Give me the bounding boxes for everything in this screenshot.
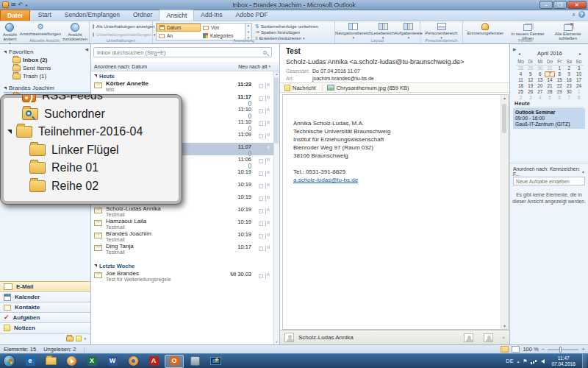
- calendar-day-cell[interactable]: 11: [516, 77, 526, 83]
- calendar-day-cell[interactable]: 12: [526, 77, 535, 83]
- flag-icon[interactable]: [265, 246, 269, 252]
- taskbar-icon-word[interactable]: W: [103, 355, 122, 368]
- calendar-today-cell[interactable]: 7: [545, 71, 554, 77]
- reverse-sort-button[interactable]: ⇅Sortierreihenfolge umkehren: [255, 24, 318, 29]
- flag-icon[interactable]: [265, 108, 269, 114]
- category-icon[interactable]: [259, 247, 263, 251]
- next-month-icon[interactable]: ►: [578, 52, 582, 56]
- popup-folder-linker-flügel[interactable]: Linker Flügel: [7, 141, 182, 160]
- sort-order-label[interactable]: Neu nach alt▾: [238, 64, 279, 69]
- prev-month-icon[interactable]: ◄: [517, 52, 521, 56]
- category-icon[interactable]: [259, 197, 263, 201]
- taskbar-icon-excel[interactable]: X: [82, 355, 101, 368]
- navigation-pane-button[interactable]: Navigationsbereich▾: [335, 22, 371, 40]
- calendar-day-cell[interactable]: 17: [574, 77, 584, 83]
- maximize-button[interactable]: ❐: [553, 1, 567, 9]
- arrange-by-from[interactable]: Von: [201, 24, 245, 32]
- sidebar-item-sent-items[interactable]: Sent Items: [4, 64, 90, 72]
- zoom-slider-thumb[interactable]: [559, 347, 562, 353]
- sidebar-item-trash-1[interactable]: Trash (1): [4, 72, 90, 80]
- category-icon[interactable]: [259, 222, 263, 226]
- calendar-day-cell[interactable]: 29: [526, 66, 535, 71]
- people-pane-button[interactable]: Personenbereich▾: [422, 22, 462, 40]
- navpane-button-kalender[interactable]: Kalender: [0, 291, 90, 302]
- category-icon[interactable]: [259, 134, 263, 138]
- taskbar-icon-app[interactable]: [185, 355, 204, 368]
- calendar-day-cell[interactable]: 16: [564, 77, 574, 83]
- popup-folder-rss-feeds[interactable]: RSS-Feeds: [7, 94, 182, 105]
- taskbar-icon-display-settings[interactable]: [206, 355, 225, 368]
- view-settings-button[interactable]: ⚙Ansichtseinstellungen: [20, 22, 61, 36]
- calendar-day-cell[interactable]: 30: [535, 66, 545, 71]
- search-box[interactable]: [93, 47, 272, 57]
- action-center-icon[interactable]: ⚑: [523, 358, 527, 364]
- calendar-day-cell[interactable]: 28: [516, 66, 526, 71]
- appointment-item[interactable]: Outlook Seminar 09:00 - 16:00 Gauß-IT-Ze…: [513, 108, 585, 129]
- search-input[interactable]: [94, 49, 263, 56]
- network-icon[interactable]: [531, 358, 537, 364]
- normal-view-button[interactable]: [501, 346, 509, 353]
- message-row[interactable]: Körber Annettetest11:23: [91, 80, 273, 93]
- popup-folder-reihe-02[interactable]: Reihe 02: [7, 177, 182, 196]
- body-scrollbar-thumb[interactable]: [502, 104, 506, 133]
- calendar-day-cell[interactable]: 28: [545, 89, 554, 95]
- flag-icon[interactable]: [265, 221, 269, 227]
- help-icon[interactable]: ?: [578, 11, 585, 18]
- reminders-window-button[interactable]: Erinnerungsfenster: [465, 22, 506, 35]
- todo-bar-button[interactable]: Aufgabenleiste▾: [395, 22, 423, 40]
- flag-icon[interactable]: [265, 208, 269, 214]
- calendar-day-cell[interactable]: 26: [526, 89, 535, 95]
- volume-icon[interactable]: [541, 359, 545, 364]
- conversation-settings-button[interactable]: Unterhaltungseinstellungen▾: [93, 32, 152, 37]
- category-icon[interactable]: [259, 109, 263, 113]
- navpane-button-e-mail[interactable]: E-Mail: [0, 281, 90, 291]
- calendar-day-cell[interactable]: 18: [516, 83, 526, 89]
- flag-icon[interactable]: [265, 83, 269, 89]
- category-icon[interactable]: [259, 121, 263, 126]
- tab-datei[interactable]: Datei: [0, 10, 30, 21]
- category-icon[interactable]: [259, 184, 263, 188]
- new-task-box[interactable]: [513, 177, 585, 185]
- navpane-button-kontakte[interactable]: Kontakte: [0, 302, 90, 312]
- tab-add-ins[interactable]: Add-Ins: [194, 10, 229, 21]
- calendar-day-cell[interactable]: 20: [535, 83, 545, 89]
- popup-folder-teilnehmer-2016-04[interactable]: Teilnehmer-2016-04: [7, 123, 182, 141]
- flag-icon[interactable]: [265, 146, 269, 152]
- minimize-ribbon-icon[interactable]: ∧: [572, 12, 576, 18]
- calendar-day-cell[interactable]: 29: [555, 89, 564, 95]
- popup-folder-suchordner[interactable]: Suchordner: [7, 105, 182, 124]
- message-row[interactable]: Ding TanjaTestmail10:17: [91, 243, 273, 255]
- category-icon[interactable]: [259, 96, 263, 101]
- navpane-section-title[interactable]: Brandes Joachim: [4, 84, 90, 92]
- minimize-button[interactable]: –: [539, 1, 553, 9]
- collapse-people-pane-icon[interactable]: ˄: [502, 336, 505, 340]
- flag-icon[interactable]: [265, 171, 269, 177]
- calendar-day-cell[interactable]: 24: [574, 83, 584, 89]
- reading-view-button[interactable]: [512, 346, 520, 353]
- sidebar-item-inbox-2[interactable]: Inbox (2): [4, 56, 90, 64]
- category-icon[interactable]: [259, 171, 263, 176]
- zoom-out-icon[interactable]: −: [542, 347, 545, 353]
- navpane-section-title[interactable]: Favoriten: [4, 48, 90, 56]
- taskbar-icon-firefox[interactable]: [123, 355, 143, 368]
- message-row[interactable]: Hamzaoui LailaTestmail10:19: [91, 218, 273, 230]
- flag-icon[interactable]: [265, 96, 269, 102]
- taskbar-icon-outlook[interactable]: O: [165, 355, 184, 368]
- calendar-day-cell[interactable]: 9: [564, 71, 574, 77]
- calendar-day-cell[interactable]: 23: [564, 83, 574, 89]
- folder-list-icon[interactable]: [66, 336, 74, 342]
- show-desktop-button[interactable]: [582, 354, 587, 368]
- calendar-day-cell[interactable]: 22: [555, 83, 564, 89]
- category-icon[interactable]: [259, 84, 263, 88]
- calendar-day-cell[interactable]: 3: [574, 66, 584, 71]
- shortcuts-icon[interactable]: [76, 336, 82, 342]
- calendar-day-cell[interactable]: 27: [535, 89, 545, 95]
- taskbar-icon-internet-explorer[interactable]: e: [21, 355, 40, 368]
- people-avatar-1[interactable]: [464, 333, 473, 342]
- calendar-day-cell[interactable]: 30: [564, 89, 574, 95]
- message-group-letzte-woche[interactable]: Letzte Woche: [91, 261, 273, 270]
- scrollbar-thumb[interactable]: [274, 77, 279, 144]
- close-button[interactable]: ✕: [567, 1, 587, 9]
- message-row[interactable]: Brandes JoachimTestmail10:19: [91, 230, 273, 243]
- calendar-day-cell[interactable]: 2: [564, 66, 574, 71]
